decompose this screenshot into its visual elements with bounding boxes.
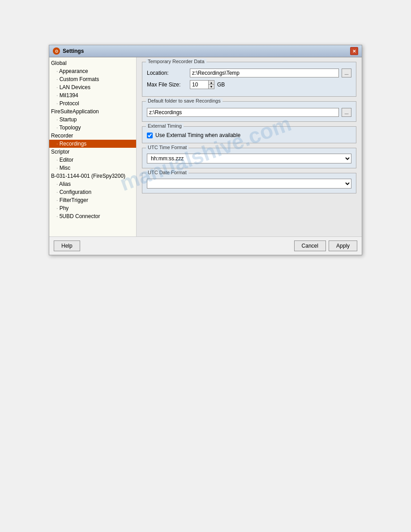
window-title: Settings: [63, 48, 84, 54]
gb-label: GB: [217, 82, 225, 88]
temp-recorder-title: Temporary Recorder Data: [146, 59, 206, 64]
default-folder-input[interactable]: [147, 108, 339, 117]
sidebar-item-recorder[interactable]: Recorder: [49, 132, 136, 140]
title-bar: ⚙ Settings ✕: [49, 45, 362, 57]
external-timing-label: Use External Timing when available: [155, 132, 240, 138]
sidebar-item-editor[interactable]: Editor: [49, 156, 136, 164]
max-file-size-input[interactable]: [190, 81, 208, 89]
sidebar-item-scriptor[interactable]: Scriptor: [49, 148, 136, 156]
max-file-size-row: Max File Size: ▲ ▼ GB: [147, 80, 351, 89]
cancel-button[interactable]: Cancel: [294, 240, 326, 251]
sidebar: Global Appearance Custom Formats LAN Dev…: [49, 57, 137, 236]
max-file-size-label: Max File Size:: [147, 82, 187, 88]
sidebar-item-phy[interactable]: Phy: [49, 204, 136, 212]
help-button[interactable]: Help: [54, 240, 80, 251]
location-label: Location:: [147, 70, 187, 76]
spinner-down[interactable]: ▼: [209, 85, 214, 89]
sidebar-item-global[interactable]: Global: [49, 59, 136, 67]
utc-time-format-select[interactable]: hh:mm:ss.zzz hh:mm:ss mm:ss.zzz: [147, 154, 351, 163]
utc-date-format-title: UTC Date Format: [146, 170, 188, 175]
default-folder-title: Default folder to save Recordings: [146, 98, 223, 103]
sidebar-item-filtertrigger[interactable]: FilterTrigger: [49, 196, 136, 204]
location-browse-button[interactable]: ...: [342, 69, 351, 77]
sidebar-item-alias[interactable]: Alias: [49, 180, 136, 188]
spinner-up[interactable]: ▲: [209, 81, 214, 85]
utc-date-format-select[interactable]: yyyy-MM-dd MM/dd/yyyy: [147, 179, 351, 189]
sidebar-item-protocol[interactable]: Protocol: [49, 99, 136, 107]
apply-button[interactable]: Apply: [329, 240, 357, 251]
sidebar-item-5ubd-connector[interactable]: 5UBD Connector: [49, 212, 136, 220]
main-content: Global Appearance Custom Formats LAN Dev…: [49, 57, 362, 236]
close-button[interactable]: ✕: [350, 47, 358, 55]
location-input[interactable]: [190, 69, 339, 77]
sidebar-item-custom-formats[interactable]: Custom Formats: [49, 75, 136, 83]
sidebar-item-firesuite[interactable]: FireSuiteApplication: [49, 107, 136, 116]
spinner-arrows: ▲ ▼: [208, 81, 214, 89]
sidebar-item-topology[interactable]: Topology: [49, 124, 136, 132]
title-bar-left: ⚙ Settings: [53, 47, 84, 55]
default-folder-group: Default folder to save Recordings ...: [142, 101, 356, 122]
sidebar-item-recordings[interactable]: Recordings: [49, 140, 136, 148]
right-panel: Temporary Recorder Data Location: ... Ma…: [137, 57, 362, 236]
footer-right: Cancel Apply: [294, 240, 357, 251]
external-timing-title: External Timing: [146, 123, 184, 129]
sidebar-item-device[interactable]: B-031-1144-001 (FireSpy3200): [49, 172, 136, 180]
temp-recorder-group: Temporary Recorder Data Location: ... Ma…: [142, 62, 356, 97]
footer: Help Cancel Apply: [49, 236, 362, 255]
settings-window: ⚙ Settings ✕ Global Appearance Custom Fo…: [49, 45, 362, 255]
utc-time-format-group: UTC Time Format hh:mm:ss.zzz hh:mm:ss mm…: [142, 148, 356, 168]
utc-date-format-group: UTC Date Format yyyy-MM-dd MM/dd/yyyy: [142, 173, 356, 193]
default-folder-browse-button[interactable]: ...: [342, 108, 351, 117]
external-timing-group: External Timing Use External Timing when…: [142, 126, 356, 143]
sidebar-item-misc[interactable]: Misc: [49, 164, 136, 172]
sidebar-item-startup[interactable]: Startup: [49, 116, 136, 124]
utc-time-format-title: UTC Time Format: [146, 145, 188, 150]
max-file-size-spinner[interactable]: ▲ ▼: [190, 80, 214, 89]
settings-icon: ⚙: [53, 47, 60, 55]
sidebar-item-configuration[interactable]: Configuration: [49, 188, 136, 196]
sidebar-item-mil1394[interactable]: Mil1394: [49, 91, 136, 99]
external-timing-checkbox[interactable]: [147, 133, 153, 138]
location-row: Location: ...: [147, 69, 351, 77]
sidebar-item-appearance[interactable]: Appearance: [49, 67, 136, 75]
sidebar-item-lan-devices[interactable]: LAN Devices: [49, 83, 136, 91]
